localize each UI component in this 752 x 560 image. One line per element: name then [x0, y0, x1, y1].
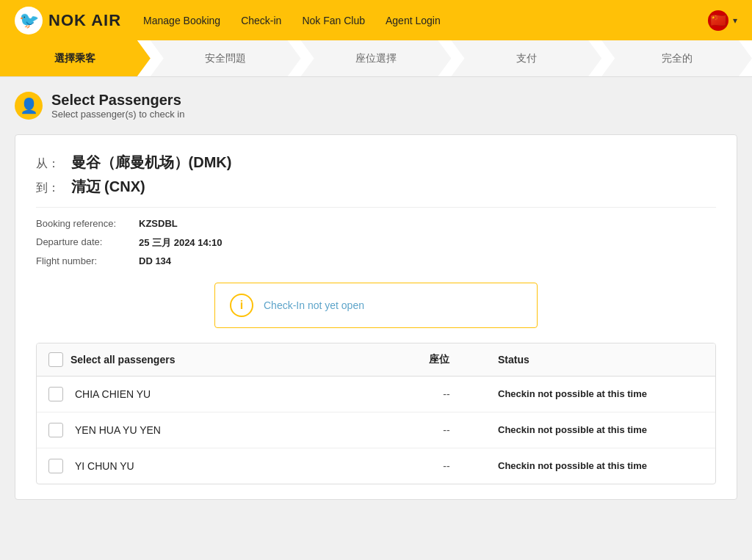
- passenger-name-0: CHIA CHIEN YU: [75, 388, 395, 400]
- checkin-notice: i Check-In not yet open: [214, 283, 538, 328]
- passenger-checkbox-2[interactable]: [48, 459, 63, 473]
- main-content: 👤 Select Passengers Select passenger(s) …: [0, 77, 752, 529]
- booking-info: Booking reference: KZSDBL Departure date…: [36, 218, 716, 268]
- logo-icon: 🐦: [15, 7, 43, 34]
- main-nav: Manage Booking Check-in Nok Fan Club Age…: [143, 15, 708, 26]
- flight-card: 从： 曼谷（廊曼机场）(DMK) 到： 清迈 (CNX) Booking ref…: [15, 134, 737, 500]
- section-title: Select Passengers: [51, 92, 184, 109]
- language-chevron-icon[interactable]: ▾: [733, 15, 737, 26]
- step-complete[interactable]: 完全的: [601, 40, 752, 76]
- booking-ref-label: Booking reference:: [36, 218, 139, 230]
- passengers-header: 👤 Select Passengers Select passenger(s) …: [15, 92, 737, 120]
- info-icon: i: [230, 294, 253, 317]
- passenger-row: CHIA CHIEN YU -- Checkin not possible at…: [37, 377, 715, 412]
- nav-agent-login[interactable]: Agent Login: [386, 15, 441, 26]
- nav-manage-booking[interactable]: Manage Booking: [143, 15, 220, 26]
- passenger-row: YEN HUA YU YEN -- Checkin not possible a…: [37, 412, 715, 448]
- nav-check-in[interactable]: Check-in: [241, 15, 281, 26]
- flight-to: 到： 清迈 (CNX): [36, 177, 716, 197]
- select-all-checkbox[interactable]: [48, 352, 63, 367]
- flight-from: 从： 曼谷（廊曼机场）(DMK): [36, 153, 716, 172]
- header-right: 🇨🇳 ▾: [708, 10, 737, 31]
- col-status-header: Status: [498, 354, 704, 366]
- checkin-notice-text: Check-In not yet open: [264, 299, 364, 311]
- booking-ref-value: KZSDBL: [139, 218, 716, 230]
- flight-number-label: Flight number:: [36, 255, 139, 268]
- step-seat-selection[interactable]: 座位選擇: [301, 40, 452, 76]
- language-flag-icon[interactable]: 🇨🇳: [708, 10, 728, 31]
- passenger-name-2: YI CHUN YU: [75, 460, 395, 472]
- passenger-status-1: Checkin not possible at this time: [498, 424, 704, 435]
- header: 🐦 NOK AIR Manage Booking Check-in Nok Fa…: [0, 0, 752, 40]
- passenger-rows: CHIA CHIEN YU -- Checkin not possible at…: [37, 377, 715, 484]
- passenger-seat-0: --: [395, 388, 498, 400]
- passenger-checkbox-1[interactable]: [48, 423, 63, 437]
- step-select-passengers[interactable]: 選擇乘客: [0, 40, 151, 76]
- passenger-icon: 👤: [15, 92, 43, 120]
- departure-date-label: Departure date:: [36, 236, 139, 250]
- passenger-name-1: YEN HUA YU YEN: [75, 424, 395, 436]
- logo-area: 🐦 NOK AIR: [15, 7, 121, 34]
- passenger-status-2: Checkin not possible at this time: [498, 460, 704, 471]
- select-all-row: Select all passengers 座位 Status: [37, 343, 715, 377]
- departure-date-value: 25 三月 2024 14:10: [139, 236, 716, 250]
- passengers-title: Select Passengers Select passenger(s) to…: [51, 92, 184, 120]
- step-security[interactable]: 安全問題: [151, 40, 301, 76]
- flight-number-value: DD 134: [139, 255, 716, 268]
- section-subtitle: Select passenger(s) to check in: [51, 109, 184, 120]
- step-payment[interactable]: 支付: [451, 40, 601, 76]
- passenger-seat-1: --: [395, 424, 498, 436]
- nav-nok-fan-club[interactable]: Nok Fan Club: [302, 15, 365, 26]
- passenger-row: YI CHUN YU -- Checkin not possible at th…: [37, 448, 715, 484]
- progress-steps: 選擇乘客 安全問題 座位選擇 支付 完全的: [0, 40, 752, 77]
- passenger-checkbox-0[interactable]: [48, 387, 63, 401]
- passenger-seat-2: --: [395, 460, 498, 472]
- col-seat-header: 座位: [388, 353, 491, 366]
- select-all-label: Select all passengers: [70, 354, 175, 366]
- passenger-status-0: Checkin not possible at this time: [498, 388, 704, 399]
- logo-text: NOK AIR: [48, 11, 121, 30]
- passenger-table: Select all passengers 座位 Status CHIA CHI…: [36, 343, 716, 484]
